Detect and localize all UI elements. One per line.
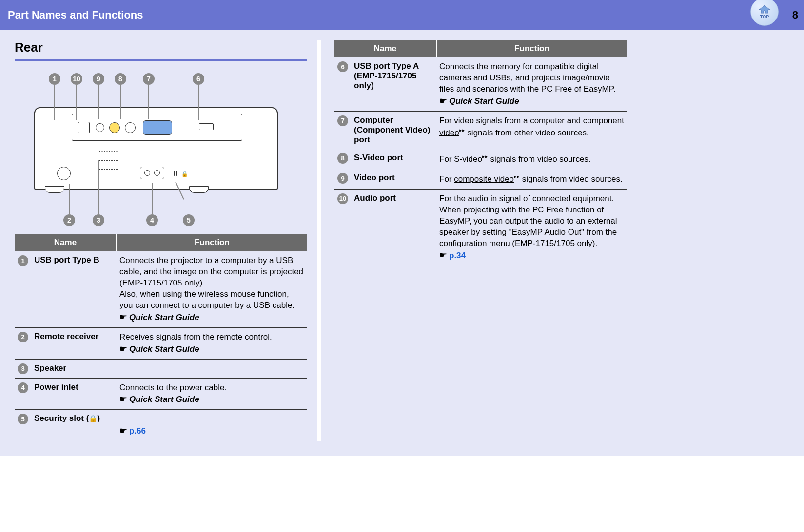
table-row: 3Speaker [15,359,307,378]
foot-left [45,186,64,193]
security-slot-icon [174,171,177,176]
pointer-icon: ☛ [439,96,447,106]
audio-port-icon [96,123,104,132]
ref-quick-start[interactable]: Quick Start Guide [129,344,199,354]
pointer-icon: ☛ [119,394,127,404]
port-panel [72,114,242,141]
row-name: Security slot (🔒) [31,410,117,441]
page-link[interactable]: p.34 [449,251,466,260]
page-number: 8 [792,9,798,21]
glossary-arrow-icon: ▸▸ [459,127,465,133]
callout-4: 4 [146,214,158,226]
row-function: Connects the memory for compatible digit… [436,57,627,111]
table-row: 8S-Video portFor S-video▸▸ signals from … [334,149,627,169]
table-row: 5Security slot (🔒)☛p.66 [15,410,307,441]
callout-10: 10 [71,73,82,85]
rear-diagram: 1 10 9 8 7 6 2 3 4 5 [15,73,307,234]
row-number: 2 [18,332,28,342]
table-row: 4Power inletConnects to the power cable.… [15,378,307,410]
parts-table-left: Name Function 1USB port Type BConnects t… [15,234,307,441]
foot-right [189,186,209,193]
row-number: 4 [18,382,28,393]
row-function: For video signals from a computer and co… [436,111,627,149]
lock-icon: 🔒 [89,415,97,422]
row-function: Connects to the power cable.☛Quick Start… [117,378,307,410]
pointer-icon: ☛ [119,312,127,322]
th-name-r: Name [334,40,436,57]
header-bar: Part Names and Functions TOP 8 [0,0,804,30]
left-column: Rear 1 10 9 8 7 6 2 3 4 5 [0,40,317,441]
home-icon [758,4,771,14]
right-column: Name Function 6USB port Type A (EMP-1715… [325,40,642,441]
row-function: For the audio in signal of connected equ… [436,189,627,266]
speaker-grill-icon [98,146,128,160]
th-function-r: Function [436,40,627,57]
security-lock-glyph: 🔒 [181,171,188,177]
row-function: Receives signals from the remote control… [117,327,307,359]
row-name: USB port Type A (EMP-1715/1705 only) [351,57,436,111]
glossary-arrow-icon: ▸▸ [514,173,520,179]
row-name: Remote receiver [31,327,117,359]
header-title: Part Names and Functions [8,9,143,21]
row-number: 6 [337,61,348,72]
page-link[interactable]: p.66 [129,426,146,436]
callout-9: 9 [93,73,104,85]
section-underline [15,59,307,61]
video-port-icon [109,122,120,133]
table-row: 6USB port Type A (EMP-1715/1705 only)Con… [334,57,627,111]
callout-6: 6 [193,73,204,85]
ref-quick-start[interactable]: Quick Start Guide [129,313,199,322]
th-function: Function [117,234,307,251]
power-inlet-icon [140,167,164,179]
table-row: 9Video portFor composite video▸▸ signals… [334,169,627,190]
ref-quick-start[interactable]: Quick Start Guide [449,96,519,106]
callout-1: 1 [49,73,60,85]
device-body: 🔒 [34,107,278,190]
table-row: 7Computer (Component Video) portFor vide… [334,111,627,149]
section-title: Rear [15,40,307,55]
callout-8: 8 [115,73,126,85]
ref-quick-start[interactable]: Quick Start Guide [129,395,199,404]
pointer-icon: ☛ [119,426,127,436]
glossary-term[interactable]: component video [439,116,624,137]
row-number: 1 [18,255,28,266]
row-number: 5 [18,414,28,424]
callout-2: 2 [63,214,75,226]
top-home-button[interactable]: TOP [750,0,780,27]
pointer-icon: ☛ [119,344,127,354]
glossary-term[interactable]: composite video [454,174,514,184]
table-row: 10Audio portFor the audio in signal of c… [334,189,627,266]
th-name: Name [15,234,117,251]
glossary-term[interactable]: S-video [454,154,482,163]
row-function: ☛p.66 [117,410,307,441]
parts-table-right: Name Function 6USB port Type A (EMP-1715… [334,40,627,266]
callout-7: 7 [143,73,155,85]
table-row: 1USB port Type BConnects the projector t… [15,251,307,327]
row-name: Speaker [31,359,117,378]
callout-3: 3 [93,214,104,226]
row-number: 7 [337,115,348,126]
glossary-arrow-icon: ▸▸ [482,153,488,159]
usb-a-port-icon [199,123,214,130]
row-function [117,359,307,378]
remote-receiver-icon [57,167,71,180]
row-name: Computer (Component Video) port [351,111,436,149]
row-name: USB port Type B [31,251,117,327]
top-label: TOP [760,14,769,19]
row-name: Audio port [351,189,436,266]
usb-b-port-icon [78,122,90,133]
table-row: 2Remote receiverReceives signals from th… [15,327,307,359]
svideo-port-icon [125,122,136,133]
vga-port-icon [143,120,172,135]
row-function: Connects the projector to a computer by … [117,251,307,327]
content-area: Rear 1 10 9 8 7 6 2 3 4 5 [0,30,804,456]
row-name: Video port [351,169,436,190]
callout-5: 5 [183,214,195,226]
pointer-icon: ☛ [439,250,447,260]
row-number: 8 [337,153,348,164]
row-number: 10 [337,193,348,204]
row-function: For composite video▸▸ signals from video… [436,169,627,190]
row-function: For S-video▸▸ signals from video sources… [436,149,627,169]
row-name: S-Video port [351,149,436,169]
row-number: 9 [337,173,348,184]
